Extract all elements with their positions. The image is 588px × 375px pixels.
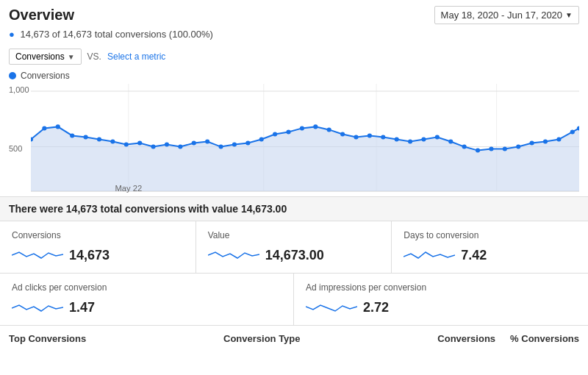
summary-text: 14,673 of 14,673 total conversions (100.… [20, 29, 212, 40]
svg-point-39 [462, 145, 467, 149]
legend-dot-icon [9, 72, 16, 79]
svg-point-43 [516, 145, 520, 149]
svg-point-12 [97, 137, 101, 141]
svg-point-8 [42, 126, 46, 130]
metric-label-days: Days to conversion [404, 230, 576, 240]
conversions-metric-button[interactable]: Conversions ▼ [9, 49, 82, 65]
svg-point-18 [178, 145, 182, 149]
metric-cell-days: Days to conversion 7.42 [392, 221, 588, 273]
vs-label: VS. [87, 51, 101, 62]
table-col-conversions: Conversions [437, 333, 495, 344]
metric-label-ad-clicks: Ad clicks per conversion [12, 282, 282, 293]
metrics-bottom-row: Ad clicks per conversion 1.47 Ad impress… [0, 274, 588, 326]
svg-point-22 [232, 143, 237, 147]
chart-legend: Conversions [0, 69, 588, 81]
svg-point-26 [286, 129, 290, 134]
sparkline-ad-impressions [306, 299, 357, 316]
table-header: Top Conversions Conversion Type Conversi… [0, 326, 588, 347]
metric-button-label: Conversions [15, 51, 65, 62]
y-axis-1000: 1,000 [9, 85, 29, 94]
svg-point-40 [476, 149, 480, 153]
summary-dot: ● [9, 29, 15, 40]
sparkline-conversions [12, 246, 63, 264]
summary-banner: There were 14,673 total conversions with… [0, 196, 588, 221]
sparkline-ad-clicks [12, 299, 63, 316]
metric-label-ad-impressions: Ad impressions per conversion [306, 282, 576, 293]
svg-point-11 [84, 135, 88, 139]
svg-point-36 [421, 137, 426, 141]
chart-svg: May 22 May 29 Jun 5 Jun 12 [31, 84, 579, 195]
legend-label: Conversions [21, 71, 70, 81]
date-range-picker[interactable]: May 18, 2020 - Jun 17, 2020 ▼ [434, 6, 579, 24]
svg-point-14 [124, 143, 129, 147]
svg-text:May 29: May 29 [250, 193, 277, 195]
svg-point-45 [543, 140, 548, 144]
svg-point-17 [165, 143, 169, 147]
metric-cell-value: Value 14,673.00 [196, 221, 392, 273]
svg-point-35 [408, 140, 412, 144]
table-col-pct-conversions: % Conversions [510, 333, 579, 344]
sparkline-value [208, 246, 259, 264]
svg-point-21 [218, 145, 223, 149]
svg-point-38 [448, 140, 453, 144]
svg-point-31 [354, 135, 358, 139]
summary-line: ● 14,673 of 14,673 total conversions (10… [0, 27, 588, 44]
metric-value-days: 7.42 [461, 248, 487, 263]
svg-point-19 [192, 141, 196, 146]
svg-point-25 [273, 132, 277, 136]
svg-point-29 [327, 127, 331, 132]
svg-point-28 [313, 124, 318, 129]
metric-label-value: Value [208, 230, 380, 240]
metric-value-ad-clicks: 1.47 [69, 300, 95, 315]
metric-dropdown-arrow: ▼ [68, 53, 75, 61]
metric-selector: Conversions ▼ VS. Select a metric [0, 44, 588, 69]
svg-point-23 [245, 141, 250, 146]
svg-point-32 [368, 133, 372, 138]
svg-point-41 [489, 147, 493, 151]
svg-text:May 22: May 22 [115, 184, 142, 193]
svg-point-47 [570, 129, 575, 134]
select-metric-link[interactable]: Select a metric [107, 51, 165, 62]
svg-point-9 [56, 124, 60, 129]
svg-point-34 [395, 137, 399, 141]
svg-point-13 [110, 140, 115, 144]
metric-cell-conversions: Conversions 14,673 [0, 221, 196, 273]
y-axis-500: 500 [9, 144, 22, 153]
metrics-top-row: Conversions 14,673 Value 14,673.00 Days … [0, 221, 588, 274]
svg-point-30 [340, 132, 345, 136]
metric-value-ad-impressions: 2.72 [363, 300, 389, 315]
metric-label-conversions: Conversions [12, 230, 184, 240]
table-col-conversion-type: Conversion Type [223, 333, 301, 344]
svg-point-27 [300, 126, 304, 130]
chevron-down-icon: ▼ [565, 11, 573, 19]
svg-point-44 [530, 141, 534, 146]
metric-cell-ad-clicks: Ad clicks per conversion 1.47 [0, 274, 294, 325]
main-chart: 1,000 500 [0, 81, 588, 195]
svg-point-24 [259, 137, 264, 141]
svg-point-33 [381, 135, 385, 139]
table-col-top-conversions: Top Conversions [9, 333, 86, 344]
svg-text:Jun 5: Jun 5 [366, 193, 386, 195]
svg-point-46 [556, 137, 561, 141]
svg-point-37 [435, 135, 440, 139]
svg-text:Jun 12: Jun 12 [484, 193, 509, 195]
svg-point-10 [70, 133, 74, 138]
metric-cell-ad-impressions: Ad impressions per conversion 2.72 [294, 274, 588, 325]
metric-value-conversions: 14,673 [69, 248, 110, 263]
svg-point-15 [137, 141, 142, 146]
svg-point-42 [503, 147, 507, 151]
date-range-text: May 18, 2020 - Jun 17, 2020 [441, 10, 563, 21]
sparkline-days [404, 246, 455, 264]
svg-point-16 [151, 145, 156, 149]
metric-value-value: 14,673.00 [265, 248, 324, 263]
page-title: Overview [9, 7, 74, 24]
svg-point-20 [205, 140, 209, 144]
